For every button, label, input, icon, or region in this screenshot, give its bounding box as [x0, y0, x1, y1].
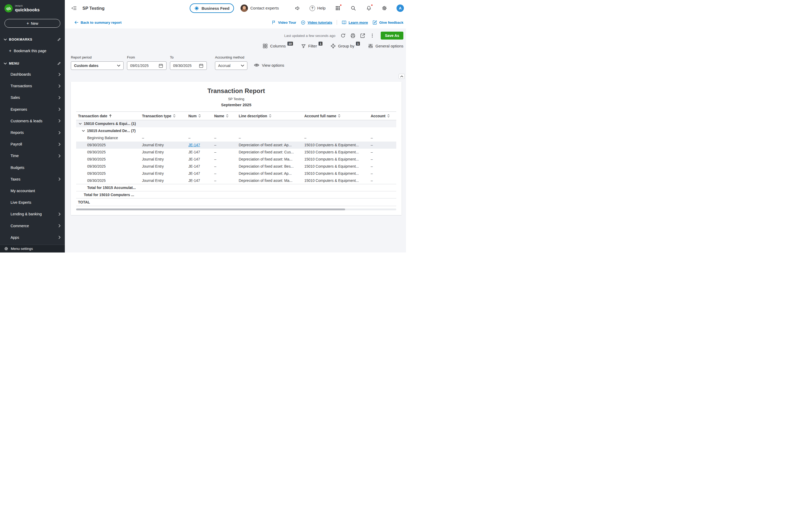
cell-description: Depreciation of fixed asset: Ma...	[239, 177, 304, 184]
cell-num: JE-147	[188, 163, 214, 170]
sidebar-item-customers-leads[interactable]: Customers & leads	[0, 115, 65, 127]
sidebar-item-label: Commerce	[11, 224, 29, 228]
cell-account-full: 15010 Computers & Equipment...	[304, 177, 371, 184]
main-area: SP Testing Business Feed Contact experts	[65, 0, 406, 252]
back-to-summary-link[interactable]: Back to summary report	[74, 16, 122, 28]
help-button[interactable]: ? Help	[310, 6, 326, 11]
cell-description: Depreciation of fixed asset: Cus...	[239, 149, 304, 156]
view-options-label: View options	[262, 63, 284, 67]
video-tutorials-link[interactable]: Video tutorials	[300, 20, 332, 25]
sidebar-item-transactions[interactable]: Transactions	[0, 80, 65, 92]
edit-menu-icon[interactable]	[57, 61, 61, 65]
column-label: Transaction type	[142, 114, 171, 118]
user-avatar[interactable]: A	[397, 4, 404, 12]
horizontal-scrollbar[interactable]	[76, 208, 396, 210]
sidebar: qb intuit quickbooks + New BOOKMARKS + B…	[0, 0, 65, 252]
column-header-transaction-type[interactable]: Transaction type	[142, 112, 188, 120]
export-button[interactable]	[360, 33, 365, 38]
general-options-button[interactable]: General options	[368, 43, 403, 49]
refresh-button[interactable]	[340, 33, 346, 38]
beginning-balance-label: Beginning Balance	[76, 134, 142, 142]
accounting-method-select[interactable]: Accrual	[215, 61, 247, 70]
sidebar-item-sales[interactable]: Sales	[0, 92, 65, 103]
cell-value: –	[239, 134, 304, 142]
sidebar-item-reports[interactable]: Reports	[0, 127, 65, 138]
more-options-button[interactable]	[369, 33, 375, 38]
chevron-down-icon	[82, 130, 85, 132]
edit-bookmarks-icon[interactable]	[57, 37, 61, 41]
cell-name: –	[214, 177, 239, 184]
group-by-button[interactable]: Group by 1	[331, 43, 360, 49]
announcements-button[interactable]	[294, 5, 301, 12]
group-row-label: 15015 Accumulated De... (7)	[87, 129, 136, 133]
transaction-row[interactable]: 09/30/2025 Journal Entry JE-147 – Deprec…	[76, 170, 396, 177]
chevron-right-icon	[58, 212, 60, 216]
filter-button[interactable]: Filter 1	[301, 43, 323, 49]
sidebar-item-my-accountant[interactable]: My accountant	[0, 185, 65, 197]
accounting-method-group: Accounting method Accrual	[215, 55, 247, 70]
cell-description: Depreciation of fixed asset: Ap...	[239, 142, 304, 149]
chevron-right-icon	[58, 224, 60, 227]
column-header-line-description[interactable]: Line description	[239, 112, 304, 120]
group-row-15010[interactable]: 15010 Computers & Equi... (1)	[76, 120, 396, 127]
column-header-name[interactable]: Name	[214, 112, 239, 120]
transaction-row[interactable]: 09/30/2025 Journal Entry JE-147 – Deprec…	[76, 142, 396, 149]
to-date-input[interactable]: 09/30/2025	[170, 61, 207, 70]
quickbooks-logo[interactable]: qb intuit quickbooks	[0, 0, 65, 12]
business-feed-button[interactable]: Business Feed	[190, 3, 234, 13]
save-as-button[interactable]: Save As	[381, 32, 403, 39]
sidebar-item-dashboards[interactable]: Dashboards	[0, 68, 65, 80]
sparkle-icon	[194, 6, 199, 11]
from-date-input[interactable]: 09/01/2025	[127, 61, 167, 70]
scrollbar-thumb[interactable]	[76, 208, 345, 210]
report-period-value: Custom dates	[74, 63, 98, 68]
sidebar-item-budgets[interactable]: Budgets	[0, 162, 65, 173]
column-header-account-full-name[interactable]: Account full name	[304, 112, 371, 120]
sidebar-item-label: Time	[11, 154, 19, 158]
sidebar-item-payroll[interactable]: Payroll	[0, 138, 65, 150]
columns-label: Columns	[270, 44, 285, 48]
cell-type: Journal Entry	[142, 142, 188, 149]
view-options-button[interactable]: View options	[254, 62, 284, 68]
column-header-transaction-date[interactable]: Transaction date	[76, 112, 142, 120]
search-button[interactable]	[350, 5, 357, 12]
sidebar-item-label: Transactions	[11, 84, 32, 88]
cell-date: 09/30/2025	[76, 156, 142, 163]
menu-settings-button[interactable]: Menu settings	[0, 244, 65, 252]
column-header-num[interactable]: Num	[188, 112, 214, 120]
transaction-row[interactable]: 09/30/2025 Journal Entry JE-147 – Deprec…	[76, 163, 396, 170]
group-row-15015[interactable]: 15015 Accumulated De... (7)	[76, 127, 396, 134]
bookmark-this-page-button[interactable]: + Bookmark this page	[0, 48, 65, 53]
sidebar-item-lending-banking[interactable]: Lending & banking	[0, 208, 65, 220]
apps-grid-button[interactable]	[334, 5, 341, 12]
refresh-icon	[341, 33, 346, 38]
notifications-button[interactable]	[365, 5, 372, 12]
transaction-row[interactable]: 09/30/2025 Journal Entry JE-147 – Deprec…	[76, 177, 396, 184]
columns-button[interactable]: Columns 10	[262, 43, 293, 49]
contact-experts-button[interactable]: Contact experts	[240, 4, 279, 12]
new-button[interactable]: + New	[4, 19, 60, 28]
report-period-select[interactable]: Custom dates	[71, 61, 124, 70]
cell-type: Journal Entry	[142, 163, 188, 170]
sidebar-item-taxes[interactable]: Taxes	[0, 173, 65, 185]
sidebar-item-live-experts[interactable]: Live Experts	[0, 197, 65, 208]
transaction-num-link[interactable]: JE-147	[188, 143, 200, 147]
collapse-filter-panel-button[interactable]	[399, 74, 405, 79]
bookmarks-section-header[interactable]: BOOKMARKS	[0, 37, 65, 41]
sidebar-item-apps[interactable]: Apps	[0, 232, 65, 243]
sidebar-item-time[interactable]: Time	[0, 150, 65, 162]
collapse-sidebar-button[interactable]	[70, 5, 77, 12]
settings-button[interactable]	[381, 5, 388, 12]
print-button[interactable]	[350, 33, 356, 38]
sidebar-item-expenses[interactable]: Expenses	[0, 104, 65, 115]
transaction-row[interactable]: 09/30/2025 Journal Entry JE-147 – Deprec…	[76, 149, 396, 156]
accounting-method-value: Accrual	[218, 63, 230, 68]
learn-more-link[interactable]: Learn more	[342, 20, 368, 25]
menu-section-header[interactable]: MENU	[0, 61, 65, 65]
give-feedback-link[interactable]: Give feedback	[372, 20, 403, 25]
transaction-row[interactable]: 09/30/2025 Journal Entry JE-147 – Deprec…	[76, 156, 396, 163]
sidebar-item-commerce[interactable]: Commerce	[0, 220, 65, 231]
column-header-account[interactable]: Account	[371, 112, 396, 120]
search-icon	[351, 5, 356, 11]
video-tour-link[interactable]: Video Tour	[271, 20, 296, 25]
